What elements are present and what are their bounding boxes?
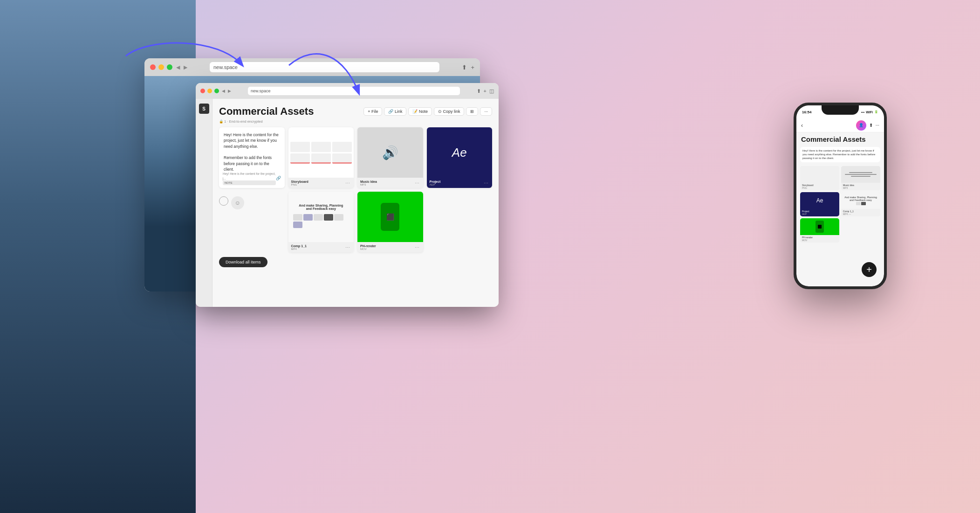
music-more-button[interactable]: ⋯ bbox=[414, 180, 420, 186]
comp-more-button[interactable]: ⋯ bbox=[344, 244, 351, 250]
page-title: Commercial Assets bbox=[219, 105, 314, 118]
iphone-ph-phone bbox=[816, 221, 824, 233]
inner-toolbar-icons: ⬆ + ◫ bbox=[477, 88, 494, 94]
comp-items-mini bbox=[291, 212, 351, 230]
iphone-screen: 16:54 ▪▪▪ WiFi 🔋 ‹ 👤 ⬆ ··· Commercial As… bbox=[796, 105, 884, 286]
ph-render-footer: PH-render MOV ⋯ bbox=[357, 242, 423, 252]
sidebar-toggle-icon[interactable]: ◫ bbox=[489, 88, 494, 94]
outer-address-bar[interactable]: new.space bbox=[210, 62, 439, 72]
sidebar: S bbox=[196, 99, 212, 307]
sound-icon: 🔊 bbox=[382, 145, 398, 160]
new-tab-icon[interactable]: + bbox=[484, 88, 487, 94]
empty-col bbox=[427, 192, 493, 252]
add-note-button[interactable]: 📝 Note bbox=[408, 107, 432, 116]
iphone-project-preview: Ae bbox=[800, 192, 839, 209]
more-options-button[interactable]: ··· bbox=[480, 107, 492, 116]
add-link-button[interactable]: 🔗 Link bbox=[384, 107, 406, 116]
sidebar-app-icon[interactable]: S bbox=[199, 104, 209, 114]
outer-close-button[interactable] bbox=[150, 64, 156, 70]
smiley-icon: ☺ bbox=[231, 196, 244, 209]
encryption-badge: 🔒 1 · End-to-end encrypted bbox=[219, 119, 492, 124]
storyboard-footer: Storyboard PNG ⋯ bbox=[288, 178, 354, 188]
outer-share-icon[interactable]: ⬆ bbox=[462, 64, 467, 71]
iphone-status-icons: ▪▪▪ WiFi 🔋 bbox=[861, 110, 878, 114]
storyboard-type: PNG bbox=[291, 183, 308, 186]
outer-traffic-lights bbox=[150, 64, 172, 70]
note-footer-label: Hey! Here is the content for the project… bbox=[223, 172, 276, 180]
storyboard-preview bbox=[288, 127, 354, 178]
inner-forward-icon[interactable]: ▶ bbox=[228, 89, 231, 93]
iphone-note-preview[interactable]: Hey! Here is the content for the project… bbox=[800, 147, 880, 162]
items-grid-row1: Hey! Here is the content for the project… bbox=[219, 127, 492, 188]
project-more-button[interactable]: ⋯ bbox=[483, 180, 489, 186]
music-footer: Music Idea MP3 ⋯ bbox=[357, 178, 423, 188]
outer-url: new.space bbox=[213, 64, 238, 70]
storyboard-more-button[interactable]: ⋯ bbox=[344, 180, 351, 186]
ae-logo: Ae bbox=[452, 146, 467, 160]
comp-item bbox=[293, 222, 302, 228]
ph-render-more-button[interactable]: ⋯ bbox=[414, 244, 420, 250]
inner-close-button[interactable] bbox=[200, 89, 205, 93]
iphone-note-text: Hey! Here is the content for the project… bbox=[802, 149, 875, 159]
inner-url: new.space bbox=[251, 89, 271, 93]
outer-new-tab-icon[interactable]: + bbox=[471, 64, 474, 71]
note-link-icon: 🔗 bbox=[276, 175, 281, 181]
project-title: Project bbox=[430, 180, 441, 183]
outer-fullscreen-button[interactable] bbox=[167, 64, 172, 70]
comp-card[interactable]: And make Sharing, Planningand Feedback e… bbox=[288, 192, 354, 252]
ph-render-card[interactable]: ⬛ PH-render MOV ⋯ bbox=[357, 192, 423, 252]
inner-back-icon[interactable]: ◀ bbox=[222, 89, 225, 93]
empty-slot: ☺ bbox=[219, 192, 285, 252]
inner-traffic-lights bbox=[200, 89, 219, 93]
inner-fullscreen-button[interactable] bbox=[214, 89, 219, 93]
ph-render-title: PH-render bbox=[360, 244, 376, 248]
iphone-back-icon[interactable]: ‹ bbox=[801, 122, 803, 129]
items-grid-row2: ☺ And make Sharing, Planningand Feedback… bbox=[219, 192, 492, 252]
iphone-time: 16:54 bbox=[802, 110, 811, 114]
inner-browser-window: ◀ ▶ new.space ⬆ + ◫ S Commercial Assets … bbox=[196, 83, 499, 307]
iphone-storyboard-card[interactable]: StoryboardPNG bbox=[800, 166, 839, 190]
project-type: AEP bbox=[430, 183, 441, 186]
note-card[interactable]: Hey! Here is the content for the project… bbox=[219, 127, 285, 188]
iphone-share-icon[interactable]: ⬆ bbox=[869, 123, 873, 128]
comp-item bbox=[293, 214, 302, 221]
outer-minimize-button[interactable] bbox=[158, 64, 164, 70]
iphone-comp-card[interactable]: And make Sharing, Planningand Feedback e… bbox=[841, 192, 880, 216]
iphone-device: 16:54 ▪▪▪ WiFi 🔋 ‹ 👤 ⬆ ··· Commercial As… bbox=[794, 103, 887, 289]
project-card[interactable]: Ae Project AEP ⋯ bbox=[427, 127, 493, 188]
music-card[interactable]: 🔊 Music Idea MP3 ⋯ bbox=[357, 127, 423, 188]
iphone-page-title: Commercial Assets bbox=[796, 132, 884, 145]
iphone-nav-icons: 👤 ⬆ ··· bbox=[856, 120, 879, 131]
note-card-footer: Hey! Here is the content for the project… bbox=[223, 172, 281, 185]
music-title: Music Idea bbox=[360, 180, 377, 183]
comp-item bbox=[324, 214, 333, 221]
iphone-battery-icon: 🔋 bbox=[874, 110, 878, 114]
iphone-project-card[interactable]: Ae ProjectAEP bbox=[800, 192, 839, 216]
ph-render-phone-icon: ⬛ bbox=[381, 203, 399, 231]
share-icon[interactable]: ⬆ bbox=[477, 88, 481, 94]
copy-link-button[interactable]: ⊙ Copy link bbox=[434, 107, 465, 116]
project-preview: Ae bbox=[427, 127, 493, 178]
inner-address-bar[interactable]: new.space bbox=[248, 87, 460, 95]
iphone-qr-icon bbox=[818, 225, 822, 229]
storyboard-card[interactable]: Storyboard PNG ⋯ bbox=[288, 127, 354, 188]
download-all-button[interactable]: Download all items bbox=[219, 257, 267, 267]
iphone-avatar: 👤 bbox=[856, 120, 866, 131]
iphone-ph-card[interactable]: PH-renderMOV bbox=[800, 218, 839, 243]
circle-icon bbox=[219, 196, 228, 206]
iphone-music-preview bbox=[841, 166, 880, 183]
comp-type: MP4 bbox=[291, 248, 307, 250]
page-header-top: Commercial Assets + File 🔗 Link 📝 Note ⊙… bbox=[219, 105, 492, 118]
iphone-more-icon[interactable]: ··· bbox=[876, 123, 879, 128]
grid-view-button[interactable]: ⊞ bbox=[466, 107, 478, 116]
music-preview: 🔊 bbox=[357, 127, 423, 178]
iphone-music-card[interactable]: Music ideaMP3 bbox=[841, 166, 880, 190]
comp-item bbox=[334, 214, 343, 221]
iphone-add-button[interactable]: + bbox=[862, 262, 877, 277]
header-buttons: + File 🔗 Link 📝 Note ⊙ Copy link ⊞ ··· bbox=[363, 107, 492, 116]
add-file-button[interactable]: + File bbox=[363, 107, 382, 116]
comp-title: Comp 1_1 bbox=[291, 244, 307, 248]
ph-render-type: MOV bbox=[360, 248, 376, 250]
comp-preview: And make Sharing, Planningand Feedback e… bbox=[288, 192, 354, 242]
inner-minimize-button[interactable] bbox=[207, 89, 212, 93]
